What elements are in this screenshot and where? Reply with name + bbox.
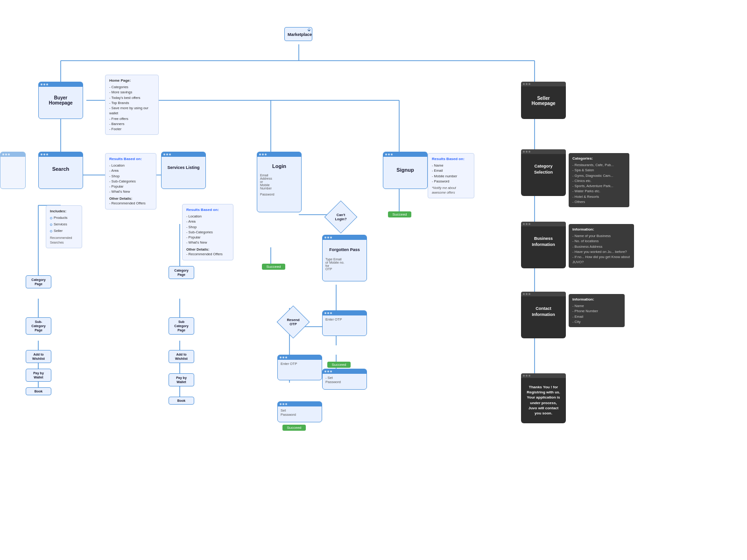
- category-selection-node: Category Selection: [521, 149, 566, 196]
- forgotten-pass-label: Forgotten Pass: [323, 245, 366, 255]
- pay-wallet-buyer: Pay byWallet: [26, 369, 51, 382]
- services-listing-node: Services Listing: [161, 152, 206, 189]
- contact-info-title: Information:: [572, 297, 621, 302]
- buyer-homepage-node: Buyer Homepage: [38, 82, 83, 119]
- services-listing-label: Services Listing: [162, 162, 205, 173]
- home-page-info-title: Home Page:: [109, 78, 155, 83]
- marketplace-node: Marketplace ×: [284, 27, 312, 41]
- categories-info-title: Categories:: [572, 156, 626, 161]
- signup-results-info: Results Based on: - Name- Email- Mobile …: [428, 153, 474, 198]
- left-partial-node: [0, 152, 26, 189]
- pay-wallet-services: Pay byWallet: [169, 373, 194, 386]
- category-selection-label: Category Selection: [521, 160, 566, 179]
- search-results-title: Results Based on:: [109, 156, 152, 161]
- forgotten-pass-node: Forgotten Pass Type Emailor Mobile no.fo…: [322, 235, 367, 281]
- login-label: Login: [257, 161, 301, 172]
- business-info-title: Information:: [572, 227, 630, 232]
- services-results-info: Results Based on: - Location- Area- Shop…: [182, 204, 233, 260]
- search-label: Search: [39, 163, 83, 175]
- resend-otp-label: ResendOTP: [279, 308, 307, 336]
- search-includes-title: Includes:: [50, 209, 78, 214]
- business-info-details: Information: - Name of your Business- No…: [569, 224, 634, 268]
- seller-homepage-node: Seller Homepage: [521, 82, 566, 119]
- search-results-info: Results Based on: - Location- Area- Shop…: [105, 153, 156, 210]
- resend-otp-container: ResendOTP: [279, 308, 307, 336]
- book-services: Book: [169, 397, 194, 405]
- cant-login-label: Can'tLogin?: [327, 203, 355, 231]
- business-information-node: Business Information: [521, 222, 566, 268]
- business-information-label: Business Information: [521, 232, 566, 251]
- services-results-items: - Location- Area- Shop- Sub-Categories- …: [186, 214, 229, 245]
- login-node: Login EmailAddressorMobileNumber Passwor…: [257, 152, 302, 212]
- search-includes: Includes: Products Services Seller Recom…: [46, 205, 82, 248]
- buyer-homepage-label: Buyer Homepage: [39, 92, 83, 108]
- seller-homepage-label: Seller Homepage: [521, 92, 566, 110]
- categories-info: Categories: - Restaurants, Cafe, Pub...-…: [569, 153, 629, 207]
- contact-info-details: Information: - Name- Phone Number- Email…: [569, 294, 625, 327]
- contact-information-label: Contact Information: [521, 302, 566, 321]
- book-buyer: Book: [26, 387, 51, 395]
- contact-information-node: Contact Information: [521, 292, 566, 338]
- category-page-services: CategoryPage: [169, 266, 194, 279]
- add-wishlist-services: Add toWishlist: [169, 350, 194, 363]
- set-password-forgotten-node: - SetPassword: [322, 369, 367, 390]
- thanks-node: Thanks You ! for Registring with us. You…: [521, 373, 566, 423]
- marketplace-label: Marketplace: [288, 32, 312, 37]
- search-node: Search: [38, 152, 83, 189]
- cant-login-diamond-container: Can'tLogin?: [327, 203, 355, 231]
- add-wishlist-buyer: Add toWishlist: [26, 350, 51, 363]
- set-password-resend-node: SetPassword: [277, 401, 322, 422]
- search-includes-items: Products Services Seller: [50, 215, 78, 234]
- login-success-badge: Succeed: [262, 264, 285, 270]
- thanks-label: Thanks You ! for Registring with us. You…: [521, 381, 566, 420]
- enter-otp-resend-node: Enter OTP: [277, 355, 322, 380]
- search-results-items: - Location- Area- Shop- Sub-Categories- …: [109, 163, 152, 195]
- signup-label: Signup: [383, 164, 427, 175]
- home-page-info-items: - Categories- More savings- Today's best…: [109, 84, 155, 132]
- sub-category-page-buyer: Sub-CategoryPage: [26, 317, 51, 335]
- success-final-resend: Succeed: [282, 425, 306, 431]
- category-page-buyer: CategoryPage: [26, 275, 51, 288]
- signup-success-badge: Succeed: [388, 211, 411, 217]
- enter-otp-forgotten-node: Enter OTP: [322, 310, 367, 336]
- signup-node: Signup: [383, 152, 428, 189]
- sub-category-page-services: SubCategoryPage: [169, 317, 194, 335]
- signup-results-title: Results Based on:: [432, 156, 470, 161]
- services-results-title: Results Based on:: [186, 207, 229, 212]
- otp-success-forgotten: Succeed: [327, 362, 351, 368]
- home-page-info: Home Page: - Categories- More savings- T…: [105, 75, 159, 135]
- canvas: Marketplace × Buyer Homepage Home Page: …: [0, 0, 747, 560]
